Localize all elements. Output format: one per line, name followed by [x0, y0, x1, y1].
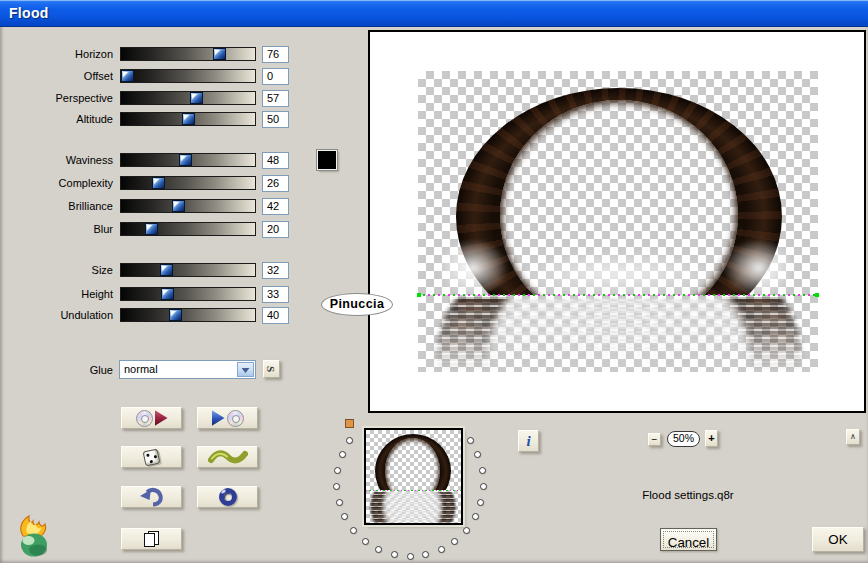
height-value-field[interactable]: 33	[262, 286, 289, 303]
glue-selected-value: normal	[124, 363, 158, 375]
chevron-down-icon	[242, 368, 250, 373]
ok-label: OK	[828, 532, 847, 547]
preset-dot	[407, 553, 414, 560]
cancel-label: Cancel	[663, 531, 714, 548]
glue-dropdown-button[interactable]	[237, 362, 254, 377]
wave-icon	[208, 449, 248, 465]
altitude-slider[interactable]	[120, 112, 256, 126]
preset-dot	[480, 483, 487, 490]
zoom-in-button[interactable]: +	[705, 430, 718, 447]
swap-button-label: S	[264, 366, 280, 372]
preset-dot	[451, 538, 458, 545]
wave-button[interactable]	[197, 446, 258, 468]
undo-arrow-icon	[139, 487, 165, 507]
complexity-slider[interactable]	[120, 176, 256, 190]
altitude-label: Altitude	[0, 112, 113, 126]
swap-button[interactable]: S	[263, 360, 280, 378]
dice-icon	[143, 448, 161, 466]
zoom-level: 50%	[667, 431, 700, 447]
brilliance-label: Brilliance	[0, 199, 113, 213]
undulation-slider-thumb[interactable]	[169, 309, 182, 321]
perspective-slider[interactable]	[120, 91, 256, 105]
zoom-out-button[interactable]: −	[648, 433, 661, 446]
offset-slider-thumb[interactable]	[121, 70, 134, 82]
save-settings-button[interactable]	[197, 407, 258, 429]
watermark-badge: Pinuccia	[321, 293, 393, 316]
perspective-slider-thumb[interactable]	[190, 92, 203, 104]
height-slider-thumb[interactable]	[161, 288, 174, 300]
preset-dot	[350, 527, 357, 534]
waviness-slider-thumb[interactable]	[179, 154, 192, 166]
preset-dot	[472, 513, 479, 520]
waviness-slider[interactable]	[120, 153, 256, 167]
preset-dot	[333, 483, 340, 490]
cd-icon	[136, 410, 153, 427]
horizon-value-field[interactable]: 76	[262, 46, 289, 63]
perspective-label: Perspective	[0, 91, 113, 105]
randomize-button[interactable]	[121, 446, 182, 468]
size-slider[interactable]	[120, 263, 256, 277]
blur-slider[interactable]	[120, 222, 256, 236]
altitude-slider-thumb[interactable]	[182, 113, 195, 125]
settings-filename: Flood settings.q8r	[600, 489, 776, 501]
flood-plugin-dialog: Flood Horizon76Offset0Perspective57Altit…	[0, 0, 868, 563]
preview-image	[418, 71, 818, 372]
flaming-pear-logo[interactable]	[13, 512, 55, 558]
preset-dot	[362, 538, 369, 545]
complexity-label: Complexity	[0, 176, 113, 190]
complexity-slider-thumb[interactable]	[152, 177, 165, 189]
perspective-value-field[interactable]: 57	[262, 90, 289, 107]
blur-label: Blur	[0, 222, 113, 236]
blur-slider-thumb[interactable]	[145, 223, 158, 235]
flaming-pear-icon	[13, 512, 55, 558]
horizon-line	[418, 294, 818, 296]
copy-button[interactable]	[121, 528, 182, 550]
altitude-value-field[interactable]: 50	[262, 111, 289, 128]
preset-dot	[467, 437, 474, 444]
info-button[interactable]: i	[518, 430, 539, 452]
size-slider-thumb[interactable]	[160, 264, 173, 276]
preset-dot	[336, 499, 343, 506]
undulation-label: Undulation	[0, 308, 113, 322]
horizon-slider[interactable]	[120, 47, 256, 61]
preview-panel[interactable]	[368, 30, 866, 413]
brilliance-slider-thumb[interactable]	[172, 200, 185, 212]
horizon-slider-thumb[interactable]	[213, 48, 226, 60]
undo-button[interactable]	[121, 486, 182, 508]
offset-label: Offset	[0, 69, 113, 83]
undulation-slider[interactable]	[120, 308, 256, 322]
preset-dot	[375, 546, 382, 553]
blur-value-field[interactable]: 20	[262, 221, 289, 238]
preset-dot	[477, 499, 484, 506]
waviness-value-field[interactable]: 48	[262, 152, 289, 169]
preset-dot	[341, 513, 348, 520]
water-reflection	[418, 297, 818, 372]
preset-dot	[479, 467, 486, 474]
brilliance-value-field[interactable]: 42	[262, 198, 289, 215]
preset-dot	[339, 451, 346, 458]
undulation-value-field[interactable]: 40	[262, 307, 289, 324]
offset-slider[interactable]	[120, 69, 256, 83]
size-label: Size	[0, 263, 113, 277]
complexity-value-field[interactable]: 26	[262, 175, 289, 192]
size-value-field[interactable]: 32	[262, 262, 289, 279]
load-settings-button[interactable]	[121, 407, 182, 429]
brilliance-slider[interactable]	[120, 199, 256, 213]
height-slider[interactable]	[120, 287, 256, 301]
ring-button[interactable]	[197, 486, 258, 508]
preset-dot	[438, 546, 445, 553]
cancel-button[interactable]: Cancel	[660, 528, 717, 551]
preset-dot	[391, 551, 398, 558]
glue-select[interactable]: normal	[119, 360, 256, 379]
preview-thumbnail[interactable]	[364, 428, 463, 525]
collapse-button[interactable]: ∧	[846, 429, 860, 445]
window-title: Flood	[9, 5, 49, 21]
ok-button[interactable]: OK	[812, 527, 864, 552]
ring-icon	[219, 488, 237, 506]
offset-value-field[interactable]: 0	[262, 68, 289, 85]
title-bar[interactable]: Flood	[0, 0, 868, 27]
pages-icon	[143, 531, 161, 548]
color-well[interactable]	[317, 150, 337, 170]
glue-label: Glue	[0, 363, 113, 377]
horizon-label: Horizon	[0, 47, 113, 61]
